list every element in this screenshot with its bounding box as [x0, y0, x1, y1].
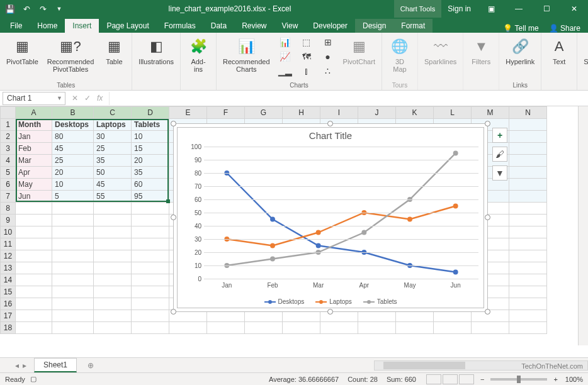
cell[interactable] — [16, 310, 52, 322]
cell[interactable] — [52, 286, 94, 298]
row-header[interactable]: 8 — [1, 203, 16, 215]
cell[interactable] — [16, 322, 52, 334]
cell[interactable]: Desktops — [52, 119, 94, 131]
cell[interactable]: May — [16, 179, 52, 191]
vertical-scrollbar[interactable] — [578, 106, 588, 345]
sheet-nav[interactable]: ◂▸ — [15, 361, 31, 370]
cell[interactable] — [509, 155, 547, 167]
cell[interactable] — [94, 203, 132, 215]
cell[interactable]: 15 — [132, 143, 169, 155]
cell[interactable] — [16, 238, 52, 250]
row-header[interactable]: 12 — [1, 250, 16, 262]
chart-legend[interactable]: DesktopsLaptopsTablets — [178, 298, 483, 305]
resize-handle[interactable] — [171, 215, 176, 220]
cell[interactable] — [94, 238, 132, 250]
cell[interactable]: 60 — [132, 179, 169, 191]
zoom-thumb[interactable] — [517, 376, 521, 383]
cell[interactable] — [94, 310, 132, 322]
addins-button[interactable]: 🧩Add- ins — [184, 35, 212, 74]
cell[interactable] — [396, 322, 434, 334]
cell[interactable]: 35 — [132, 167, 169, 179]
fx-icon[interactable]: fx — [97, 94, 103, 103]
cell[interactable] — [16, 215, 52, 226]
column-header[interactable]: J — [358, 107, 396, 119]
column-header[interactable]: G — [245, 107, 283, 119]
cell[interactable]: 10 — [52, 179, 94, 191]
line-chart-icon[interactable]: 📈 — [276, 50, 294, 64]
cell[interactable] — [509, 322, 547, 334]
cancel-formula-icon[interactable]: ✕ — [72, 94, 78, 103]
cell[interactable]: 45 — [52, 143, 94, 155]
filters-button[interactable]: ▼Filters — [467, 35, 495, 67]
cell[interactable]: Feb — [16, 143, 52, 155]
resize-handle[interactable] — [171, 309, 176, 315]
cell[interactable]: 80 — [52, 131, 94, 143]
tab-format[interactable]: Format — [393, 19, 433, 33]
cell[interactable]: 30 — [94, 131, 132, 143]
tab-data[interactable]: Data — [203, 19, 234, 33]
cell[interactable]: 95 — [132, 191, 169, 203]
resize-handle[interactable] — [327, 121, 333, 126]
cell[interactable] — [16, 250, 52, 262]
zoom-in-button[interactable]: + — [553, 376, 557, 383]
cell[interactable]: Jun — [16, 191, 52, 203]
symbols-button[interactable]: ΩSymbols — [581, 35, 588, 67]
cell[interactable] — [472, 322, 509, 334]
chart-styles-button[interactable]: 🖌 — [492, 147, 507, 162]
cell[interactable] — [283, 322, 320, 334]
cell[interactable]: 10 — [132, 131, 169, 143]
tab-design[interactable]: Design — [355, 19, 393, 33]
new-sheet-button[interactable]: ⊕ — [84, 359, 97, 372]
cell[interactable] — [132, 203, 169, 215]
undo-icon[interactable]: ↶ — [20, 3, 33, 15]
row-header[interactable]: 7 — [1, 191, 16, 203]
ribbon-display-options-icon[interactable]: ▣ — [477, 0, 505, 18]
cell[interactable] — [132, 286, 169, 298]
cell[interactable] — [52, 298, 94, 310]
recommended-charts-button[interactable]: 📊Recommended Charts — [220, 35, 273, 74]
cell[interactable] — [132, 262, 169, 274]
column-header[interactable]: N — [509, 107, 547, 119]
text-button[interactable]: AText — [545, 35, 573, 67]
cell[interactable]: 20 — [132, 155, 169, 167]
cell[interactable]: 50 — [94, 167, 132, 179]
tab-formulas[interactable]: Formulas — [157, 19, 203, 33]
cell[interactable] — [245, 322, 283, 334]
row-header[interactable]: 6 — [1, 179, 16, 191]
tab-home[interactable]: Home — [30, 19, 65, 33]
cell[interactable]: Laptops — [94, 119, 132, 131]
prev-sheet-icon[interactable]: ◂ — [15, 361, 19, 370]
column-header[interactable]: E — [169, 107, 207, 119]
chart-elements-button[interactable]: + — [492, 128, 507, 143]
cell[interactable] — [52, 262, 94, 274]
resize-handle[interactable] — [171, 121, 176, 126]
row-header[interactable]: 16 — [1, 298, 16, 310]
cell[interactable] — [132, 322, 169, 334]
resize-handle[interactable] — [485, 309, 490, 315]
cell[interactable] — [509, 203, 547, 215]
cell[interactable] — [509, 238, 547, 250]
sign-in-link[interactable]: Sign in — [441, 4, 477, 13]
cell[interactable] — [94, 226, 132, 238]
cell[interactable] — [132, 310, 169, 322]
hierarchy-chart-icon[interactable]: ⬚ — [298, 35, 315, 49]
page-break-view-button[interactable] — [459, 374, 474, 384]
cell[interactable] — [132, 250, 169, 262]
cell[interactable] — [52, 226, 94, 238]
tab-review[interactable]: Review — [234, 19, 274, 33]
column-chart-icon[interactable]: 📊 — [276, 35, 294, 49]
pivotchart-button[interactable]: ▦PivotChart — [341, 35, 378, 67]
cell[interactable]: 25 — [94, 143, 132, 155]
chart-plot-area[interactable]: 0102030405060708090100JanFebMarAprMayJun — [204, 147, 478, 279]
legend-item[interactable]: Laptops — [315, 298, 352, 305]
cell[interactable]: 25 — [52, 155, 94, 167]
cell[interactable] — [207, 322, 245, 334]
cell[interactable] — [358, 322, 396, 334]
sparklines-button[interactable]: 〰Sparklines — [422, 35, 459, 67]
cell[interactable] — [509, 250, 547, 262]
tab-insert[interactable]: Insert — [65, 19, 99, 33]
3d-map-button[interactable]: 🌐3D Map — [386, 35, 414, 74]
chart-filters-button[interactable]: ▼ — [492, 165, 507, 181]
tab-view[interactable]: View — [274, 19, 306, 33]
cell[interactable] — [509, 167, 547, 179]
